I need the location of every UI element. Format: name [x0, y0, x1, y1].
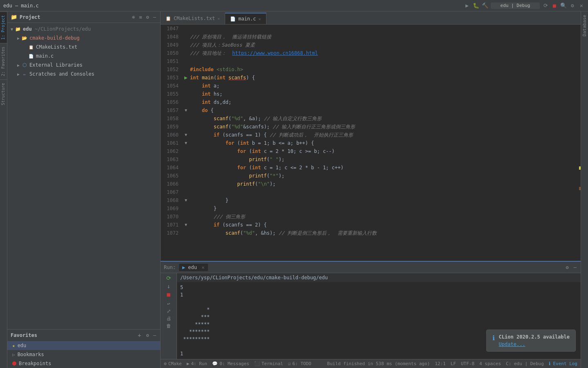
cursor-position[interactable]: 12:1 — [435, 361, 446, 366]
tree-cmakelists[interactable]: ▶ 📋 CMakeLists.txt — [7, 43, 160, 52]
tree-arrow-cmakelists: ▶ — [22, 45, 28, 49]
fold-arrow-1060[interactable]: ▼ — [185, 131, 187, 139]
messages-btn[interactable]: 💬 0: Messages — [212, 361, 249, 366]
line-ending[interactable]: LF — [451, 361, 456, 366]
tab-favorites[interactable]: 2: Favorites — [0, 43, 7, 79]
tree-arrow-scratches[interactable]: ▶ — [16, 72, 21, 76]
token: int — [252, 165, 261, 171]
run-settings-icon[interactable]: ⚙ — [565, 264, 570, 271]
tree-arrow-cmake-build[interactable]: ▶ — [16, 36, 21, 40]
line-num-1063: 1063 — [164, 155, 182, 164]
fold-arrow-1068[interactable]: ▼ — [185, 196, 187, 204]
code-line-1061: 1061▼ for (int b = 1; b <= a; b++) { — [164, 139, 572, 147]
token — [190, 140, 226, 146]
run-btn[interactable]: ▶ 4: Run — [187, 361, 207, 366]
fav-edu[interactable]: ★ edu — [7, 341, 160, 350]
line-content-1062: for (int c = 2 * 10; c >= b; c--) — [190, 147, 572, 155]
fold-arrow-1071[interactable]: ▼ — [185, 221, 187, 229]
scrollbar-track[interactable] — [576, 25, 581, 261]
database-tab[interactable]: Database — [581, 11, 588, 40]
line-num-1061: 1061 — [164, 139, 182, 147]
run-tab-close[interactable]: ✕ — [201, 265, 204, 270]
line-num-1054: 1054 — [164, 82, 182, 90]
print-btn[interactable]: 🖨 — [166, 316, 171, 321]
cmake-label: CMake — [168, 361, 182, 366]
stop-btn[interactable]: ■ — [167, 291, 170, 298]
scroll-down-btn[interactable]: ↓ — [167, 283, 170, 289]
build-icon[interactable]: 🔨 — [482, 2, 488, 9]
panel-settings-icon[interactable]: ⚙ — [145, 13, 150, 21]
tree-root-label: edu ~/CLionProjects/edu — [23, 26, 91, 32]
fav-close-icon[interactable]: — — [152, 332, 157, 339]
todo-btn[interactable]: ☑ 6: TODO — [288, 361, 311, 366]
code-line-1057: 1057▼ do { — [164, 106, 572, 114]
indent-info[interactable]: 4 spaces — [479, 361, 501, 366]
expand-btn[interactable]: ⤢ — [167, 308, 171, 314]
settings-icon[interactable]: ⚙ — [569, 2, 576, 9]
tab-structure[interactable]: Structure — [0, 79, 7, 108]
panel-gear-icon[interactable]: ⊕ — [131, 13, 136, 21]
stop-icon[interactable]: ■ — [551, 2, 558, 9]
code-content[interactable]: 10471048/// 原创项目， 搬运请挂转载链接1049/// 项目人：Sa… — [161, 25, 576, 261]
messages-label: 0: Messages — [219, 361, 249, 366]
config-selector[interactable]: edu | Debug — [491, 2, 540, 9]
line-num-1062: 1062 — [164, 147, 182, 155]
tree-cmakelists-label: CMakeLists.txt — [36, 44, 77, 50]
fav-settings-icon[interactable]: ⚙ — [145, 332, 150, 339]
rerun-btn[interactable]: ⟳ — [166, 275, 171, 281]
rerun-icon[interactable]: ⟳ — [542, 2, 549, 9]
token — [190, 91, 202, 97]
run-tab-edu[interactable]: ▶ edu ✕ — [179, 264, 208, 271]
code-line-1047: 1047 — [164, 25, 572, 33]
token: ); — [279, 173, 284, 179]
token: , &hs); — [255, 230, 279, 236]
cmake-btn[interactable]: ⚙ CMake — [164, 361, 182, 366]
token: // 输入判断自行正三角形或倒三角形 — [273, 124, 355, 130]
tree-root[interactable]: ▼ 📁 edu ~/CLionProjects/edu — [7, 25, 160, 34]
panel-collapse-icon[interactable]: ≡ — [138, 13, 143, 21]
line-content-1056: int ds,dd; — [190, 98, 572, 106]
tree-main-c[interactable]: ▶ 📄 main.c — [7, 52, 160, 61]
tree-arrow-root[interactable]: ▼ — [9, 27, 15, 31]
run-icon[interactable]: ▶ — [464, 2, 470, 9]
tree-arrow-ext-libs[interactable]: ▶ — [16, 63, 21, 67]
tab-project[interactable]: 1: Project — [0, 11, 7, 43]
code-line-1049: 1049/// 项目人：SaoBoss 夏柔 — [164, 41, 572, 49]
token: &scanfs); — [243, 124, 273, 130]
debug-icon[interactable]: 🐛 — [473, 2, 479, 9]
run-bottom-label: 4: Run — [191, 361, 207, 366]
clear-btn[interactable]: 🗑 — [166, 323, 171, 329]
notif-update-link[interactable]: Update... — [499, 341, 570, 347]
code-line-1064: 1064 for (int c = 1; c <= 2 * b - 1; c++… — [164, 164, 572, 172]
notif-info-icon: ℹ — [492, 334, 495, 342]
tree-cmake-build[interactable]: ▶ 📂 cmake-build-debug — [7, 34, 160, 43]
fold-arrow-1061[interactable]: ▼ — [185, 139, 187, 147]
run-close-icon[interactable]: — — [573, 264, 577, 271]
event-log-btn[interactable]: ℹ Event Log — [549, 361, 577, 366]
run-header: Run: ▶ edu ✕ ⚙ — — [161, 262, 581, 273]
tab-cmakelists-close[interactable]: ✕ — [217, 16, 220, 21]
tree-ext-libs[interactable]: ▶ ⬡ External Libraries — [7, 61, 160, 70]
search-icon[interactable]: 🔍 — [560, 2, 567, 9]
run-arrow-1053[interactable]: ▶ — [184, 74, 188, 82]
notif-title: CLion 2020.2.5 available — [499, 334, 570, 340]
ext-libs-icon: ⬡ — [21, 62, 28, 68]
panel-close-icon[interactable]: — — [152, 13, 157, 21]
tab-main-c[interactable]: 📄 main.c ✕ — [225, 13, 266, 24]
fold-arrow-1057[interactable]: ▼ — [185, 106, 187, 114]
run-label: Run: — [164, 265, 176, 270]
close-icon[interactable]: ✕ — [578, 2, 585, 9]
run-bottom-icon: ▶ — [187, 361, 190, 366]
fav-bookmarks[interactable]: ▷ Bookmarks — [7, 350, 160, 359]
tree-scratches[interactable]: ▶ ✏ Scratches and Consoles — [7, 70, 160, 79]
line-content-1054: int a; — [190, 82, 572, 90]
fav-breakpoints[interactable]: Breakpoints — [7, 359, 160, 368]
tab-main-c-close[interactable]: ✕ — [259, 17, 261, 21]
token — [190, 165, 237, 171]
fav-breakpoints-label: Breakpoints — [19, 361, 51, 366]
wrap-btn[interactable]: ↩ — [167, 301, 170, 307]
encoding[interactable]: UTF-8 — [461, 361, 474, 366]
terminal-btn[interactable]: ⬛ Terminal — [254, 361, 283, 366]
tab-cmakelists[interactable]: 📋 CMakeLists.txt ✕ — [161, 13, 225, 24]
favorites-add-btn[interactable]: + — [138, 332, 141, 339]
